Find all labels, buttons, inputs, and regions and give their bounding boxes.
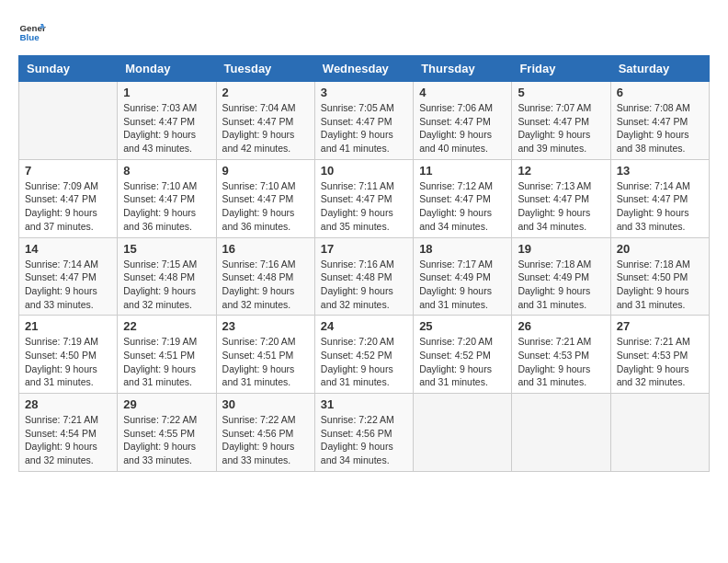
sunrise-time: Sunrise: 7:15 AM bbox=[123, 259, 197, 270]
day-info: Sunrise: 7:20 AM Sunset: 4:52 PM Dayligh… bbox=[419, 335, 506, 389]
daylight-hours: Daylight: 9 hours and 36 minutes. bbox=[123, 207, 196, 232]
daylight-hours: Daylight: 9 hours and 33 minutes. bbox=[222, 441, 295, 465]
calendar-day-cell: 17 Sunrise: 7:16 AM Sunset: 4:48 PM Dayl… bbox=[314, 237, 413, 316]
calendar-table: SundayMondayTuesdayWednesdayThursdayFrid… bbox=[18, 55, 710, 472]
daylight-hours: Daylight: 9 hours and 31 minutes. bbox=[419, 285, 492, 310]
calendar-day-cell: 26 Sunrise: 7:21 AM Sunset: 4:53 PM Dayl… bbox=[512, 316, 610, 394]
day-number: 28 bbox=[25, 397, 111, 411]
sunset-time: Sunset: 4:51 PM bbox=[222, 350, 294, 361]
daylight-hours: Daylight: 9 hours and 33 minutes. bbox=[123, 441, 196, 465]
sunset-time: Sunset: 4:47 PM bbox=[222, 116, 294, 127]
calendar-day-cell: 11 Sunrise: 7:12 AM Sunset: 4:47 PM Dayl… bbox=[414, 159, 512, 237]
day-info: Sunrise: 7:20 AM Sunset: 4:52 PM Dayligh… bbox=[321, 335, 407, 389]
day-info: Sunrise: 7:07 AM Sunset: 4:47 PM Dayligh… bbox=[518, 101, 604, 155]
calendar-day-cell: 15 Sunrise: 7:15 AM Sunset: 4:48 PM Dayl… bbox=[118, 237, 216, 316]
day-info: Sunrise: 7:19 AM Sunset: 4:51 PM Dayligh… bbox=[123, 335, 210, 389]
calendar-day-cell bbox=[610, 394, 709, 472]
day-number: 16 bbox=[222, 242, 309, 256]
day-info: Sunrise: 7:20 AM Sunset: 4:51 PM Dayligh… bbox=[222, 335, 309, 389]
day-number: 21 bbox=[25, 319, 111, 333]
daylight-hours: Daylight: 9 hours and 31 minutes. bbox=[25, 363, 97, 388]
day-info: Sunrise: 7:10 AM Sunset: 4:47 PM Dayligh… bbox=[123, 179, 210, 234]
day-info: Sunrise: 7:12 AM Sunset: 4:47 PM Dayligh… bbox=[419, 179, 506, 234]
sunset-time: Sunset: 4:47 PM bbox=[617, 193, 688, 204]
day-number: 17 bbox=[321, 242, 407, 256]
daylight-hours: Daylight: 9 hours and 31 minutes. bbox=[123, 363, 196, 388]
calendar-week-row: 28 Sunrise: 7:21 AM Sunset: 4:54 PM Dayl… bbox=[19, 394, 710, 472]
sunrise-time: Sunrise: 7:20 AM bbox=[222, 336, 296, 347]
daylight-hours: Daylight: 9 hours and 31 minutes. bbox=[617, 285, 689, 310]
day-info: Sunrise: 7:22 AM Sunset: 4:56 PM Dayligh… bbox=[222, 413, 309, 467]
calendar-day-cell: 25 Sunrise: 7:20 AM Sunset: 4:52 PM Dayl… bbox=[414, 316, 512, 394]
sunset-time: Sunset: 4:52 PM bbox=[419, 350, 491, 361]
calendar-day-cell: 20 Sunrise: 7:18 AM Sunset: 4:50 PM Dayl… bbox=[610, 237, 709, 316]
day-number: 7 bbox=[25, 164, 111, 178]
calendar-day-cell: 1 Sunrise: 7:03 AM Sunset: 4:47 PM Dayli… bbox=[118, 82, 216, 160]
sunrise-time: Sunrise: 7:08 AM bbox=[617, 102, 690, 113]
day-number: 30 bbox=[222, 397, 309, 411]
sunrise-time: Sunrise: 7:13 AM bbox=[518, 180, 591, 191]
sunrise-time: Sunrise: 7:16 AM bbox=[222, 259, 296, 270]
daylight-hours: Daylight: 9 hours and 34 minutes. bbox=[321, 441, 393, 465]
sunset-time: Sunset: 4:50 PM bbox=[25, 350, 97, 361]
day-number: 23 bbox=[222, 319, 309, 333]
daylight-hours: Daylight: 9 hours and 31 minutes. bbox=[419, 363, 492, 388]
sunset-time: Sunset: 4:53 PM bbox=[518, 350, 589, 361]
sunrise-time: Sunrise: 7:14 AM bbox=[617, 180, 690, 191]
daylight-hours: Daylight: 9 hours and 41 minutes. bbox=[321, 129, 393, 154]
calendar-day-cell: 18 Sunrise: 7:17 AM Sunset: 4:49 PM Dayl… bbox=[414, 237, 512, 316]
sunset-time: Sunset: 4:47 PM bbox=[419, 116, 491, 127]
sunrise-time: Sunrise: 7:21 AM bbox=[25, 414, 98, 425]
calendar-week-row: 21 Sunrise: 7:19 AM Sunset: 4:50 PM Dayl… bbox=[19, 316, 710, 394]
sunset-time: Sunset: 4:47 PM bbox=[321, 193, 392, 204]
sunset-time: Sunset: 4:47 PM bbox=[518, 193, 589, 204]
sunrise-time: Sunrise: 7:18 AM bbox=[617, 259, 690, 270]
day-number: 27 bbox=[617, 319, 703, 333]
day-info: Sunrise: 7:14 AM Sunset: 4:47 PM Dayligh… bbox=[25, 258, 111, 312]
sunrise-time: Sunrise: 7:18 AM bbox=[518, 259, 591, 270]
page-header: General Blue bbox=[18, 18, 710, 46]
day-number: 26 bbox=[518, 319, 604, 333]
day-info: Sunrise: 7:21 AM Sunset: 4:53 PM Dayligh… bbox=[518, 335, 604, 389]
calendar-day-cell: 22 Sunrise: 7:19 AM Sunset: 4:51 PM Dayl… bbox=[118, 316, 216, 394]
sunrise-time: Sunrise: 7:07 AM bbox=[518, 102, 591, 113]
daylight-hours: Daylight: 9 hours and 38 minutes. bbox=[617, 129, 689, 154]
day-info: Sunrise: 7:19 AM Sunset: 4:50 PM Dayligh… bbox=[25, 335, 111, 389]
sunrise-time: Sunrise: 7:16 AM bbox=[321, 259, 394, 270]
sunset-time: Sunset: 4:51 PM bbox=[123, 350, 195, 361]
day-number: 29 bbox=[123, 397, 210, 411]
day-info: Sunrise: 7:16 AM Sunset: 4:48 PM Dayligh… bbox=[222, 258, 309, 312]
weekday-header: Thursday bbox=[414, 56, 512, 82]
day-info: Sunrise: 7:06 AM Sunset: 4:47 PM Dayligh… bbox=[419, 101, 506, 155]
day-number: 14 bbox=[25, 242, 111, 256]
sunrise-time: Sunrise: 7:04 AM bbox=[222, 102, 296, 113]
daylight-hours: Daylight: 9 hours and 42 minutes. bbox=[222, 129, 295, 154]
calendar-day-cell: 10 Sunrise: 7:11 AM Sunset: 4:47 PM Dayl… bbox=[314, 159, 413, 237]
calendar-day-cell bbox=[19, 82, 118, 160]
weekday-header: Sunday bbox=[19, 56, 118, 82]
sunrise-time: Sunrise: 7:14 AM bbox=[25, 259, 98, 270]
weekday-header: Tuesday bbox=[216, 56, 314, 82]
sunset-time: Sunset: 4:47 PM bbox=[25, 271, 97, 282]
sunset-time: Sunset: 4:49 PM bbox=[419, 271, 491, 282]
day-number: 18 bbox=[419, 242, 506, 256]
sunrise-time: Sunrise: 7:10 AM bbox=[222, 180, 296, 191]
sunset-time: Sunset: 4:50 PM bbox=[617, 271, 688, 282]
sunrise-time: Sunrise: 7:05 AM bbox=[321, 102, 394, 113]
daylight-hours: Daylight: 9 hours and 40 minutes. bbox=[419, 129, 492, 154]
weekday-header: Monday bbox=[118, 56, 216, 82]
sunset-time: Sunset: 4:48 PM bbox=[321, 271, 392, 282]
sunset-time: Sunset: 4:56 PM bbox=[222, 428, 294, 439]
day-info: Sunrise: 7:05 AM Sunset: 4:47 PM Dayligh… bbox=[321, 101, 407, 155]
day-info: Sunrise: 7:22 AM Sunset: 4:56 PM Dayligh… bbox=[321, 413, 407, 467]
logo-icon: General Blue bbox=[18, 18, 46, 46]
sunrise-time: Sunrise: 7:22 AM bbox=[321, 414, 394, 425]
weekday-header: Wednesday bbox=[314, 56, 413, 82]
sunset-time: Sunset: 4:48 PM bbox=[222, 271, 294, 282]
daylight-hours: Daylight: 9 hours and 34 minutes. bbox=[518, 207, 590, 232]
calendar-day-cell: 30 Sunrise: 7:22 AM Sunset: 4:56 PM Dayl… bbox=[216, 394, 314, 472]
calendar-day-cell: 9 Sunrise: 7:10 AM Sunset: 4:47 PM Dayli… bbox=[216, 159, 314, 237]
sunrise-time: Sunrise: 7:09 AM bbox=[25, 180, 98, 191]
day-number: 31 bbox=[321, 397, 407, 411]
calendar-day-cell: 7 Sunrise: 7:09 AM Sunset: 4:47 PM Dayli… bbox=[19, 159, 118, 237]
